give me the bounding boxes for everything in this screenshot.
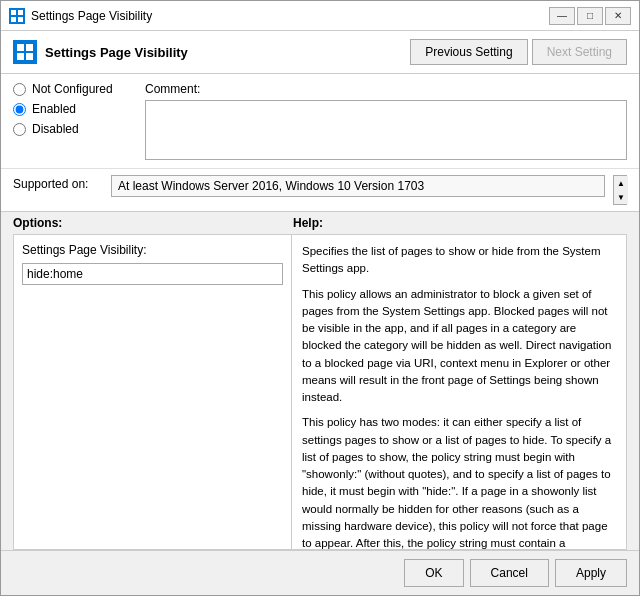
maximize-button[interactable]: □ — [577, 7, 603, 25]
previous-setting-button[interactable]: Previous Setting — [410, 39, 527, 65]
next-setting-button[interactable]: Next Setting — [532, 39, 627, 65]
options-field-label: Settings Page Visibility: — [22, 243, 283, 257]
window-controls: — □ ✕ — [549, 7, 631, 25]
help-para-3: This policy has two modes: it can either… — [302, 414, 616, 549]
header-left: Settings Page Visibility — [13, 40, 188, 64]
svg-rect-7 — [26, 53, 33, 60]
disabled-radio[interactable] — [13, 123, 26, 136]
help-para-2: This policy allows an administrator to b… — [302, 286, 616, 407]
minimize-button[interactable]: — — [549, 7, 575, 25]
window-title: Settings Page Visibility — [31, 9, 152, 23]
close-button[interactable]: ✕ — [605, 7, 631, 25]
svg-rect-2 — [11, 17, 16, 22]
dialog-footer: OK Cancel Apply — [1, 550, 639, 595]
bottom-section: Options: Help: Settings Page Visibility:… — [1, 211, 639, 550]
header-settings-icon — [13, 40, 37, 64]
scroll-up-button[interactable]: ▲ — [614, 176, 628, 190]
options-section-label: Options: — [13, 216, 293, 230]
svg-rect-6 — [17, 53, 24, 60]
ok-button[interactable]: OK — [404, 559, 463, 587]
disabled-label: Disabled — [32, 122, 79, 136]
navigation-buttons: Previous Setting Next Setting — [410, 39, 627, 65]
dialog-content: Not Configured Enabled Disabled Comment:… — [1, 74, 639, 550]
svg-rect-5 — [26, 44, 33, 51]
window-icon — [9, 8, 25, 24]
supported-scrollbar: ▲ ▼ — [613, 175, 627, 205]
visibility-input[interactable] — [22, 263, 283, 285]
comment-section: Comment: — [145, 82, 627, 160]
help-para-1: Specifies the list of pages to show or h… — [302, 243, 616, 278]
options-help-header: Options: Help: — [1, 212, 639, 234]
options-panel: Settings Page Visibility: — [14, 235, 292, 549]
enabled-label: Enabled — [32, 102, 76, 116]
scroll-down-button[interactable]: ▼ — [614, 190, 628, 204]
enabled-radio[interactable] — [13, 103, 26, 116]
enabled-option[interactable]: Enabled — [13, 102, 133, 116]
not-configured-label: Not Configured — [32, 82, 113, 96]
svg-rect-4 — [17, 44, 24, 51]
options-help-body: Settings Page Visibility: Specifies the … — [13, 234, 627, 550]
radio-group: Not Configured Enabled Disabled — [13, 82, 133, 160]
supported-section: Supported on: At least Windows Server 20… — [1, 168, 639, 211]
main-window: Settings Page Visibility — □ ✕ Settings … — [0, 0, 640, 596]
help-section-label: Help: — [293, 216, 323, 230]
title-bar: Settings Page Visibility — □ ✕ — [1, 1, 639, 31]
supported-label: Supported on: — [13, 175, 103, 191]
svg-rect-1 — [18, 10, 23, 15]
comment-label: Comment: — [145, 82, 627, 96]
apply-button[interactable]: Apply — [555, 559, 627, 587]
cancel-button[interactable]: Cancel — [470, 559, 549, 587]
dialog-title: Settings Page Visibility — [45, 45, 188, 60]
dialog-header: Settings Page Visibility Previous Settin… — [1, 31, 639, 74]
top-section: Not Configured Enabled Disabled Comment: — [1, 74, 639, 168]
title-bar-left: Settings Page Visibility — [9, 8, 152, 24]
disabled-option[interactable]: Disabled — [13, 122, 133, 136]
not-configured-radio[interactable] — [13, 83, 26, 96]
svg-rect-0 — [11, 10, 16, 15]
not-configured-option[interactable]: Not Configured — [13, 82, 133, 96]
svg-rect-3 — [18, 17, 23, 22]
comment-textarea[interactable] — [145, 100, 627, 160]
supported-value: At least Windows Server 2016, Windows 10… — [111, 175, 605, 197]
help-panel: Specifies the list of pages to show or h… — [292, 235, 626, 549]
